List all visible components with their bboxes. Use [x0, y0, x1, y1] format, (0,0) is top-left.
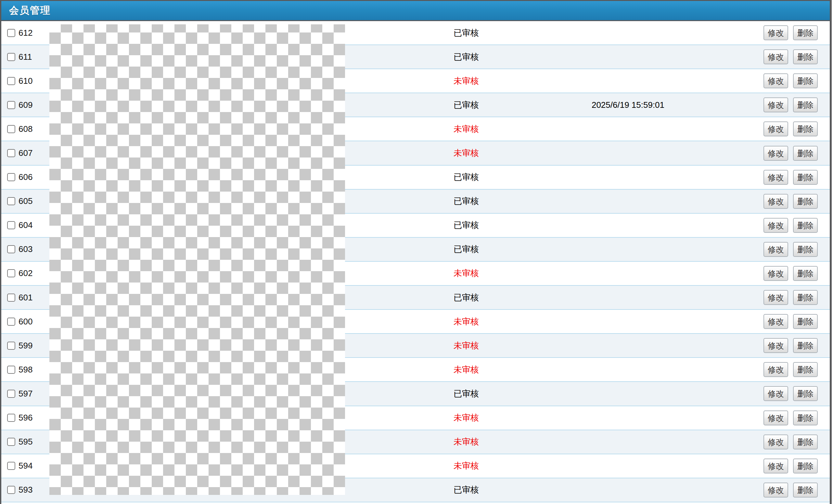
- row-checkbox[interactable]: [7, 29, 15, 37]
- row-checkbox[interactable]: [7, 245, 15, 253]
- status-label: 未审核: [434, 268, 499, 279]
- member-id: 602: [19, 268, 32, 278]
- edit-button[interactable]: 修改: [763, 121, 788, 136]
- delete-button[interactable]: 删除: [793, 73, 818, 88]
- row-actions: 修改 删除: [763, 146, 818, 161]
- member-id: 598: [19, 365, 32, 375]
- row-checkbox[interactable]: [7, 125, 15, 133]
- row-checkbox[interactable]: [7, 414, 15, 422]
- edit-button[interactable]: 修改: [763, 338, 788, 353]
- row-actions: 修改 删除: [763, 459, 818, 474]
- delete-button[interactable]: 删除: [793, 25, 818, 40]
- edit-button[interactable]: 修改: [763, 242, 788, 257]
- status-label: 已审核: [434, 388, 499, 400]
- row-checkbox[interactable]: [7, 269, 15, 277]
- member-id: 599: [19, 341, 32, 351]
- row-checkbox[interactable]: [7, 486, 15, 494]
- edit-button[interactable]: 修改: [763, 362, 788, 377]
- delete-button[interactable]: 删除: [793, 97, 818, 112]
- edit-button[interactable]: 修改: [763, 386, 788, 401]
- row-actions: 修改 删除: [763, 97, 818, 112]
- edit-button[interactable]: 修改: [763, 266, 788, 281]
- edit-button[interactable]: 修改: [763, 146, 788, 161]
- delete-button[interactable]: 删除: [793, 170, 818, 185]
- delete-button[interactable]: 删除: [793, 49, 818, 64]
- delete-button[interactable]: 删除: [793, 434, 818, 450]
- delete-button[interactable]: 删除: [793, 483, 818, 498]
- status-label: 已审核: [434, 219, 499, 231]
- edit-button[interactable]: 修改: [763, 194, 788, 209]
- member-id: 600: [19, 317, 32, 327]
- edit-button[interactable]: 修改: [763, 25, 788, 40]
- edit-button[interactable]: 修改: [763, 218, 788, 233]
- row-checkbox[interactable]: [7, 366, 15, 374]
- edit-button[interactable]: 修改: [763, 410, 788, 426]
- member-id: 610: [19, 76, 32, 86]
- row-checkbox[interactable]: [7, 173, 15, 181]
- delete-button[interactable]: 删除: [793, 386, 818, 401]
- row-checkbox[interactable]: [7, 221, 15, 229]
- member-id: 603: [19, 244, 32, 254]
- delete-button[interactable]: 删除: [793, 290, 818, 305]
- row-checkbox[interactable]: [7, 101, 15, 109]
- row-checkbox[interactable]: [7, 293, 15, 302]
- status-label: 已审核: [434, 244, 499, 255]
- status-label: 未审核: [434, 147, 499, 159]
- row-actions: 修改 删除: [763, 434, 818, 450]
- page-title: 会员管理: [9, 4, 51, 17]
- delete-button[interactable]: 删除: [793, 362, 818, 377]
- delete-button[interactable]: 删除: [793, 338, 818, 353]
- member-id: 601: [19, 293, 32, 303]
- delete-button[interactable]: 删除: [793, 194, 818, 209]
- delete-button[interactable]: 删除: [793, 314, 818, 329]
- row-actions: 修改 删除: [763, 362, 818, 377]
- row-actions: 修改 删除: [763, 290, 818, 305]
- delete-button[interactable]: 删除: [793, 459, 818, 474]
- row-actions: 修改 删除: [763, 410, 818, 426]
- edit-button[interactable]: 修改: [763, 314, 788, 329]
- edit-button[interactable]: 修改: [763, 483, 788, 498]
- edit-button[interactable]: 修改: [763, 97, 788, 112]
- edit-button[interactable]: 修改: [763, 49, 788, 64]
- delete-button[interactable]: 删除: [793, 266, 818, 281]
- delete-button[interactable]: 删除: [793, 410, 818, 426]
- row-checkbox[interactable]: [7, 318, 15, 326]
- censored-image-placeholder: [49, 24, 345, 495]
- row-checkbox[interactable]: [7, 197, 15, 205]
- page-header: 会员管理: [1, 1, 830, 21]
- row-checkbox[interactable]: [7, 390, 15, 398]
- row-checkbox[interactable]: [7, 462, 15, 470]
- row-actions: 修改 删除: [763, 218, 818, 233]
- member-id: 593: [19, 485, 32, 495]
- row-checkbox[interactable]: [7, 438, 15, 446]
- status-label: 已审核: [434, 484, 499, 496]
- status-label: 未审核: [434, 412, 499, 424]
- member-id: 595: [19, 437, 32, 447]
- row-actions: 修改 删除: [763, 194, 818, 209]
- status-label: 未审核: [434, 436, 499, 448]
- row-actions: 修改 删除: [763, 170, 818, 185]
- status-label: 未审核: [434, 316, 499, 327]
- edit-button[interactable]: 修改: [763, 73, 788, 88]
- status-label: 未审核: [434, 75, 499, 87]
- member-id: 605: [19, 196, 32, 206]
- row-actions: 修改 删除: [763, 49, 818, 64]
- status-label: 未审核: [434, 123, 499, 135]
- edit-button[interactable]: 修改: [763, 290, 788, 305]
- row-checkbox[interactable]: [7, 149, 15, 157]
- delete-button[interactable]: 删除: [793, 242, 818, 257]
- row-checkbox[interactable]: [7, 53, 15, 61]
- delete-button[interactable]: 删除: [793, 218, 818, 233]
- review-timestamp: 2025/6/19 15:59:01: [563, 100, 693, 110]
- delete-button[interactable]: 删除: [793, 121, 818, 136]
- row-checkbox[interactable]: [7, 342, 15, 350]
- row-actions: 修改 删除: [763, 266, 818, 281]
- status-label: 已审核: [434, 195, 499, 207]
- row-checkbox[interactable]: [7, 77, 15, 85]
- edit-button[interactable]: 修改: [763, 170, 788, 185]
- edit-button[interactable]: 修改: [763, 434, 788, 450]
- delete-button[interactable]: 删除: [793, 146, 818, 161]
- edit-button[interactable]: 修改: [763, 459, 788, 474]
- member-id: 606: [19, 172, 32, 182]
- row-actions: 修改 删除: [763, 386, 818, 401]
